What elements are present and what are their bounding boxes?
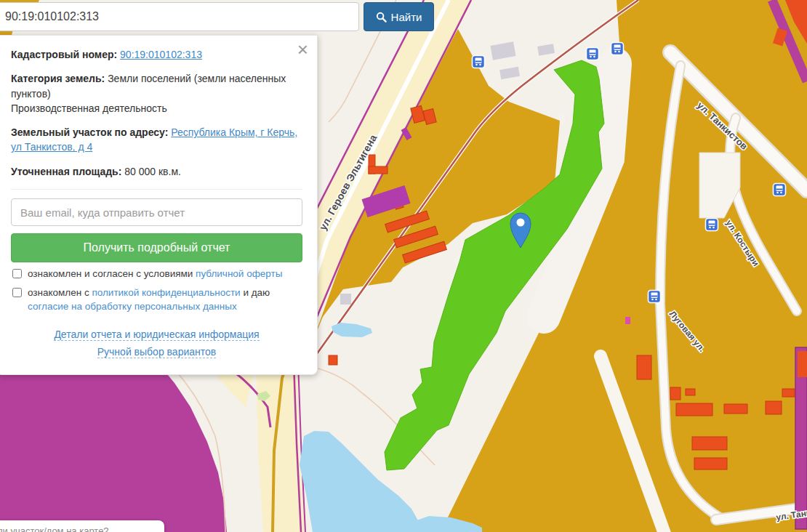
report-details-link[interactable]: Детали отчета и юридическая информация	[54, 329, 259, 341]
search-bar: Найти	[0, 2, 434, 31]
land-use-value: Производственная деятельность	[11, 102, 167, 114]
offer-consent-text: ознакомлен и согласен с условиями публич…	[28, 267, 282, 281]
land-category-row: Категория земель: Земли поселений (земли…	[11, 71, 302, 116]
search-button-label: Найти	[391, 11, 422, 23]
find-parcel-tooltip-text: ли участок/дом на карте?	[0, 525, 109, 532]
divider	[11, 189, 302, 190]
privacy-consent-text: ознакомлен с политикой конфиденциальност…	[28, 286, 302, 314]
manual-select-link[interactable]: Ручной выбор вариантов	[97, 346, 217, 358]
public-offer-link[interactable]: публичной оферты	[196, 268, 282, 279]
bus-stop-icon	[706, 219, 718, 231]
personal-data-link[interactable]: согласие на обработку персональных данны…	[28, 301, 237, 312]
privacy-consent-row: ознакомлен с политикой конфиденциальност…	[11, 286, 302, 314]
address-row: Земельный участок по адресу: Республика …	[11, 125, 302, 155]
email-input[interactable]	[11, 198, 302, 226]
parcel-info-panel: × Кадастровый номер: 90:19:010102:313 Ка…	[0, 35, 318, 375]
address-label: Земельный участок по адресу:	[11, 126, 168, 138]
cadastral-number-label: Кадастровый номер:	[11, 49, 117, 60]
panel-footer-links: Детали отчета и юридическая информация Р…	[11, 326, 302, 361]
bus-stop-icon	[774, 184, 786, 196]
bus-stop-icon	[649, 291, 661, 303]
area-row: Уточненная площадь: 80 000 кв.м.	[11, 164, 302, 179]
cadastral-number-row: Кадастровый номер: 90:19:010102:313	[11, 47, 302, 62]
privacy-policy-link[interactable]: политикой конфиденциальности	[92, 287, 240, 298]
find-parcel-tooltip[interactable]: ли участок/дом на карте?	[0, 520, 164, 532]
building	[798, 351, 807, 377]
get-report-button[interactable]: Получить подробный отчет	[11, 233, 302, 262]
bus-stop-icon	[611, 43, 624, 55]
bus-stop-icon	[587, 48, 599, 60]
cadastral-search-input[interactable]	[0, 2, 359, 31]
bus-stop-icon	[473, 56, 485, 68]
cadastral-number-link[interactable]: 90:19:010102:313	[120, 49, 202, 60]
close-icon[interactable]: ×	[297, 40, 308, 59]
area-label: Уточненная площадь:	[11, 166, 121, 177]
offer-consent-row: ознакомлен и согласен с условиями публич…	[11, 267, 302, 281]
land-category-label: Категория земель:	[11, 73, 105, 84]
area-value: 80 000 кв.м.	[121, 166, 181, 177]
search-button[interactable]: Найти	[364, 2, 434, 31]
privacy-consent-checkbox[interactable]	[12, 288, 22, 297]
search-icon	[376, 12, 387, 23]
offer-consent-checkbox[interactable]	[12, 269, 22, 278]
